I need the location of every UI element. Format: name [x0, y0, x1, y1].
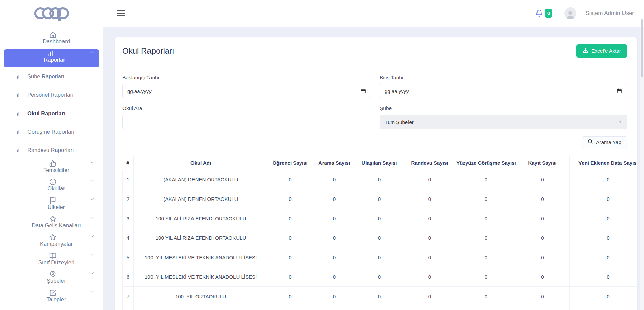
book-open-icon: [49, 252, 56, 259]
sidebar-item-subeler[interactable]: Şubeler: [0, 270, 103, 289]
start-date-label: Başlangıç Tarihi: [122, 75, 371, 81]
bar-chart-icon: [47, 49, 55, 57]
sidebar-item-ulkeler[interactable]: Ülkeler: [0, 196, 103, 215]
sidebar-item-kampanyalar[interactable]: Kampanyalar: [0, 233, 103, 252]
start-date-input[interactable]: gg.aa.yyyy: [122, 84, 371, 98]
table-cell-school: 100. YIL ORTAOKULU: [134, 287, 268, 306]
bell-icon[interactable]: [535, 9, 543, 17]
search-row: Arama Yap: [122, 136, 627, 148]
table-cell-value: 0: [515, 248, 570, 267]
table-cell-value: 0: [515, 170, 570, 189]
table-cell-value: 0: [515, 287, 570, 306]
table-cell-empty: [312, 306, 356, 310]
table-cell-index: 7: [122, 287, 134, 306]
table-cell-index: 4: [122, 228, 134, 248]
report-card: Okul Raporları Excel'e Aktar: [115, 37, 637, 310]
table-cell-value: 0: [402, 287, 457, 306]
home-icon: [49, 31, 56, 38]
table-cell-empty: [356, 306, 402, 310]
sidebar-item-label: Personel Raporları: [27, 92, 74, 98]
table-cell-value: 0: [402, 170, 457, 189]
export-excel-button[interactable]: Excel'e Aktar: [576, 44, 627, 58]
topbar-right: 0 Sistem Admin User: [535, 7, 634, 19]
table-cell-value: 0: [402, 248, 457, 267]
sidebar-item-raporlar[interactable]: Raporlar: [4, 49, 99, 67]
sidebar-item-okullar[interactable]: Okullar: [0, 178, 103, 196]
caret-down-icon: [619, 120, 622, 124]
table-cell-value: 0: [402, 209, 457, 228]
sidebar-item-personel-raporlar[interactable]: Personel Raporları: [0, 86, 103, 104]
table-cell-value: 0: [268, 209, 312, 228]
sidebar-item-label: Randevu Raporları: [27, 147, 74, 153]
table-cell-value: 0: [356, 170, 402, 189]
sidebar-item-gorusme-raporlar[interactable]: Görüşme Raporları: [0, 123, 103, 141]
corp-logo[interactable]: [32, 6, 72, 21]
star-icon: [49, 233, 56, 241]
table-cell-value: 0: [570, 267, 637, 286]
table-cell-empty: [268, 306, 312, 310]
sidebar-item-data-gelis-kanallar[interactable]: Data Geliş Kanalları: [0, 215, 103, 233]
table-cell-value: 0: [515, 209, 570, 228]
sidebar-item-randevu-raporlar[interactable]: Randevu Raporları: [0, 141, 103, 160]
topbar: 0 Sistem Admin User: [103, 0, 644, 27]
table-cell-value: 0: [457, 170, 515, 189]
hamburger-icon[interactable]: [117, 10, 125, 16]
sidebar-header: [0, 0, 103, 27]
app-root: Dashboard Raporlar Şube Raporları: [0, 0, 644, 310]
thumbs-up-icon: [49, 160, 56, 167]
sidebar-item-label: Dashboard: [43, 38, 70, 45]
table-row: 4 100 YIL ALİ RIZA EFENDİ ORTAOKULU 0 0 …: [122, 228, 637, 248]
page-scrollbar-thumb[interactable]: [641, 19, 643, 77]
table-cell-value: 0: [268, 170, 312, 189]
table-cell-value: 0: [312, 228, 356, 248]
search-button-label: Arama Yap: [596, 139, 621, 145]
table-cell-value: 0: [268, 248, 312, 267]
map-pin-icon: [49, 270, 56, 278]
info-circle-icon: [49, 178, 56, 185]
bar-chart-icon: [15, 73, 20, 80]
sidebar-item-talepler[interactable]: Talepler: [0, 289, 103, 307]
table-header-cell: Öğrenci Sayısı: [268, 156, 312, 170]
table-cell-empty: [134, 306, 268, 310]
main-area: 0 Sistem Admin User Okul Raporları: [103, 0, 644, 310]
search-button[interactable]: Arama Yap: [582, 136, 627, 148]
table-cell-value: 0: [457, 287, 515, 306]
sidebar-item-sube-raporlar[interactable]: Şube Raporları: [0, 67, 103, 86]
chevron-up-icon: [90, 49, 94, 54]
branch-select[interactable]: Tüm Şubeler: [380, 115, 627, 129]
chevron-down-icon: [90, 233, 94, 238]
table-cell-value: 0: [356, 228, 402, 248]
table-cell-value: 0: [356, 287, 402, 306]
school-search-input[interactable]: [122, 115, 371, 129]
sidebar-item-label: Raporlar: [44, 57, 65, 63]
sidebar-item-label: Talepler: [47, 296, 66, 303]
table-header-cell: Okul Adı: [134, 156, 268, 170]
avatar[interactable]: [564, 7, 576, 19]
sidebar-item-label: Okullar: [47, 185, 65, 192]
star-icon: [49, 215, 56, 222]
user-name[interactable]: Sistem Admin User: [585, 10, 634, 17]
sidebar-item-s-n-f-duzeyleri[interactable]: Sınıf Düzeyleri: [0, 252, 103, 270]
chevron-down-icon: [90, 160, 94, 164]
card-header: Okul Raporları Excel'e Aktar: [115, 37, 637, 66]
sidebar-item-temsilciler[interactable]: Temsilciler: [0, 160, 103, 178]
branch-selected-value: Tüm Şubeler: [385, 119, 414, 125]
table-cell-value: 0: [570, 189, 637, 209]
sidebar-item-okul-raporlar[interactable]: Okul Raporları: [0, 104, 103, 123]
table-cell-index: 6: [122, 267, 134, 286]
sidebar-item-dashboard[interactable]: Dashboard: [0, 31, 103, 49]
table-cell-value: 0: [570, 170, 637, 189]
table-cell-value: 0: [570, 209, 637, 228]
table-row: 7 100. YIL ORTAOKULU 0 0 0 0 0 0 0: [122, 287, 637, 306]
table-row-partial: [122, 306, 637, 310]
table-row: 6 100. YIL MESLEKİ VE TEKNİK ANADOLU LİS…: [122, 267, 637, 287]
end-date-input[interactable]: gg.aa.yyyy: [380, 84, 627, 98]
download-icon: [583, 48, 588, 55]
table-cell-school: 100. YIL MESLEKİ VE TEKNİK ANADOLU LİSES…: [134, 248, 268, 267]
table-row: 1 (AKALAN) DENEN ORTAOKULU 0 0 0 0 0 0 0: [122, 170, 637, 189]
check-square-icon: [49, 289, 56, 296]
sidebar: Dashboard Raporlar Şube Raporları: [0, 0, 103, 310]
table-cell-value: 0: [515, 189, 570, 209]
table-cell-value: 0: [457, 209, 515, 228]
table-cell-empty: [402, 306, 457, 310]
